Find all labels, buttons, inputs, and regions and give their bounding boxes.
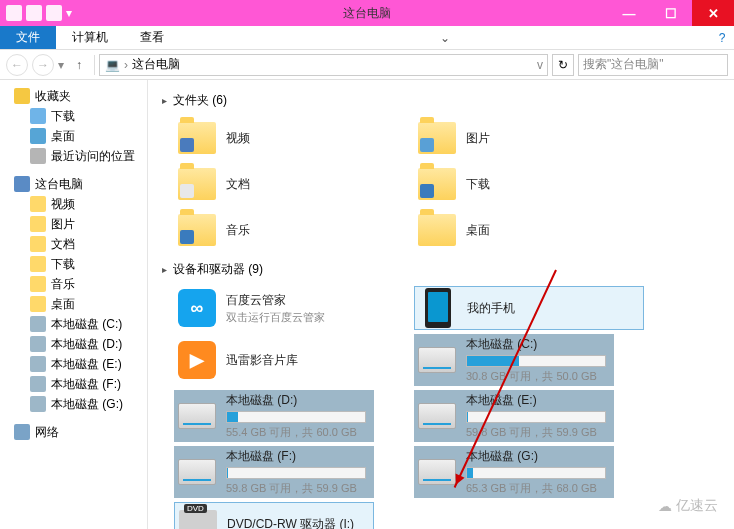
folder-icon bbox=[30, 236, 46, 252]
address-toolbar: ← → ▾ ↑ 💻 › 这台电脑 v ↻ 搜索"这台电脑" bbox=[0, 50, 734, 80]
tab-file[interactable]: 文件 bbox=[0, 26, 56, 49]
drive-f[interactable]: 本地磁盘 (F:)59.8 GB 可用，共 59.9 GB bbox=[174, 446, 374, 498]
separator bbox=[94, 55, 95, 75]
folder-icon bbox=[30, 196, 46, 212]
nav-downloads2[interactable]: 下载 bbox=[0, 254, 147, 274]
tab-computer[interactable]: 计算机 bbox=[56, 26, 124, 49]
close-button[interactable]: ✕ bbox=[692, 0, 734, 26]
section-folders-header[interactable]: ▸ 文件夹 (6) bbox=[162, 92, 720, 109]
breadcrumb-location[interactable]: 这台电脑 bbox=[132, 56, 180, 73]
qat-overflow[interactable]: ▾ bbox=[66, 6, 72, 20]
computer-icon: 💻 bbox=[104, 57, 120, 73]
window-title: 这台电脑 bbox=[343, 5, 391, 22]
refresh-button[interactable]: ↻ bbox=[552, 54, 574, 76]
computer-icon bbox=[14, 176, 30, 192]
drive-icon bbox=[178, 403, 216, 429]
watermark: ☁ 亿速云 bbox=[658, 497, 718, 515]
nav-desktop2[interactable]: 桌面 bbox=[0, 294, 147, 314]
ribbon-tabs: 文件 计算机 查看 ⌄ ? bbox=[0, 26, 734, 50]
star-icon bbox=[14, 88, 30, 104]
folder-icon bbox=[30, 276, 46, 292]
drive-icon bbox=[30, 396, 46, 412]
forward-button[interactable]: → bbox=[32, 54, 54, 76]
address-bar[interactable]: 💻 › 这台电脑 v bbox=[99, 54, 548, 76]
folder-pictures[interactable]: 图片 bbox=[414, 117, 614, 159]
folder-music[interactable]: 音乐 bbox=[174, 209, 374, 251]
dvd-icon bbox=[179, 510, 217, 529]
minimize-button[interactable]: — bbox=[608, 0, 650, 26]
baidu-icon: ∞ bbox=[178, 289, 216, 327]
address-dropdown[interactable]: v bbox=[537, 58, 543, 72]
app-baidu[interactable]: ∞百度云管家双击运行百度云管家 bbox=[174, 286, 374, 330]
nav-pictures[interactable]: 图片 bbox=[0, 214, 147, 234]
drive-d[interactable]: 本地磁盘 (D:)55.4 GB 可用，共 60.0 GB bbox=[174, 390, 374, 442]
desktop-icon bbox=[30, 128, 46, 144]
phone-icon bbox=[425, 288, 451, 328]
drive-icon bbox=[30, 376, 46, 392]
drive-icon bbox=[418, 347, 456, 373]
search-placeholder: 搜索"这台电脑" bbox=[583, 56, 664, 73]
search-input[interactable]: 搜索"这台电脑" bbox=[578, 54, 728, 76]
drive-g[interactable]: 本地磁盘 (G:)65.3 GB 可用，共 68.0 GB bbox=[414, 446, 614, 498]
download-icon bbox=[30, 108, 46, 124]
app-icon bbox=[6, 5, 22, 21]
folder-videos[interactable]: 视频 bbox=[174, 117, 374, 159]
drive-icon bbox=[178, 459, 216, 485]
nav-this-pc[interactable]: 这台电脑 bbox=[0, 174, 147, 194]
drive-optical[interactable]: DVD/CD-RW 驱动器 (I:) bbox=[174, 502, 374, 529]
nav-recent[interactable]: 最近访问的位置 bbox=[0, 146, 147, 166]
drive-icon bbox=[418, 459, 456, 485]
qat-icon-1[interactable] bbox=[26, 5, 42, 21]
help-button[interactable]: ? bbox=[710, 26, 734, 49]
app-xunlei[interactable]: ▶迅雷影音片库 bbox=[174, 334, 374, 386]
folder-downloads[interactable]: 下载 bbox=[414, 163, 614, 205]
breadcrumb-chev[interactable]: › bbox=[124, 58, 128, 72]
nav-music[interactable]: 音乐 bbox=[0, 274, 147, 294]
folder-desktop[interactable]: 桌面 bbox=[414, 209, 614, 251]
nav-drive-e[interactable]: 本地磁盘 (E:) bbox=[0, 354, 147, 374]
qat-icon-2[interactable] bbox=[46, 5, 62, 21]
nav-drive-f[interactable]: 本地磁盘 (F:) bbox=[0, 374, 147, 394]
nav-network[interactable]: 网络 bbox=[0, 422, 147, 442]
recent-locations-dropdown[interactable]: ▾ bbox=[58, 58, 64, 72]
drive-icon bbox=[30, 316, 46, 332]
section-devices-title: 设备和驱动器 (9) bbox=[173, 261, 263, 278]
network-icon bbox=[14, 424, 30, 440]
ribbon-expand-button[interactable]: ⌄ bbox=[433, 26, 457, 49]
chevron-right-icon: ▸ bbox=[162, 264, 167, 275]
folder-documents[interactable]: 文档 bbox=[174, 163, 374, 205]
recent-icon bbox=[30, 148, 46, 164]
chevron-right-icon: ▸ bbox=[162, 95, 167, 106]
section-folders-title: 文件夹 (6) bbox=[173, 92, 227, 109]
content-pane: ▸ 文件夹 (6) 视频 图片 文档 下载 音乐 桌面 ▸ 设备和驱动器 (9)… bbox=[148, 80, 734, 529]
up-button[interactable]: ↑ bbox=[68, 54, 90, 76]
nav-downloads[interactable]: 下载 bbox=[0, 106, 147, 126]
nav-documents[interactable]: 文档 bbox=[0, 234, 147, 254]
nav-drive-g[interactable]: 本地磁盘 (G:) bbox=[0, 394, 147, 414]
maximize-button[interactable]: ☐ bbox=[650, 0, 692, 26]
nav-desktop[interactable]: 桌面 bbox=[0, 126, 147, 146]
folder-icon bbox=[30, 256, 46, 272]
drive-icon bbox=[418, 403, 456, 429]
folder-icon bbox=[30, 296, 46, 312]
drive-icon bbox=[30, 356, 46, 372]
drive-e[interactable]: 本地磁盘 (E:)59.8 GB 可用，共 59.9 GB bbox=[414, 390, 614, 442]
tab-view[interactable]: 查看 bbox=[124, 26, 180, 49]
window-titlebar: ▾ 这台电脑 — ☐ ✕ bbox=[0, 0, 734, 26]
navigation-pane: 收藏夹 下载 桌面 最近访问的位置 这台电脑 视频 图片 文档 下载 音乐 桌面… bbox=[0, 80, 148, 529]
drive-icon bbox=[30, 336, 46, 352]
back-button[interactable]: ← bbox=[6, 54, 28, 76]
nav-favorites[interactable]: 收藏夹 bbox=[0, 86, 147, 106]
folder-icon bbox=[30, 216, 46, 232]
xunlei-icon: ▶ bbox=[178, 341, 216, 379]
section-devices-header[interactable]: ▸ 设备和驱动器 (9) bbox=[162, 261, 720, 278]
nav-videos[interactable]: 视频 bbox=[0, 194, 147, 214]
cloud-icon: ☁ bbox=[658, 498, 672, 514]
nav-drive-d[interactable]: 本地磁盘 (D:) bbox=[0, 334, 147, 354]
nav-drive-c[interactable]: 本地磁盘 (C:) bbox=[0, 314, 147, 334]
